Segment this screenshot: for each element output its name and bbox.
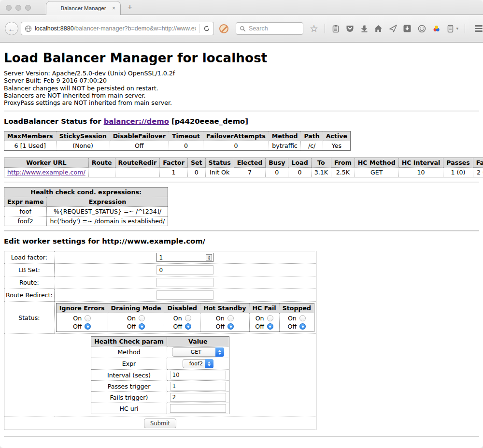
- ignore-errors-off-radio[interactable]: [85, 323, 91, 330]
- adblock-icon[interactable]: [219, 24, 228, 33]
- expr-row-foof: foof %{REQUEST_STATUS} =~ /^[234]/: [4, 207, 168, 217]
- reload-icon[interactable]: [203, 25, 210, 32]
- divider: [4, 231, 479, 231]
- passes-label: Passes trigger: [91, 381, 167, 392]
- col-active: Active: [323, 131, 350, 141]
- search-bar[interactable]: Search: [236, 22, 303, 35]
- col-routeredir: RouteRedir: [115, 158, 160, 168]
- hot-standby-off-radio[interactable]: [227, 323, 234, 330]
- col-route: Route: [88, 158, 115, 168]
- minimize-window-button[interactable]: [15, 5, 21, 11]
- urlbar-divider: [199, 24, 200, 33]
- reading-list-icon[interactable]: [332, 25, 340, 33]
- load-factor-input[interactable]: [156, 253, 213, 262]
- draining-mode-off-radio[interactable]: [139, 323, 145, 330]
- cell-route: [88, 168, 115, 177]
- download-icon[interactable]: [361, 25, 368, 32]
- route-redirect-row: Route Redirect:: [4, 289, 316, 302]
- status-radio-table: Ignore Errors Draining Mode Disabled Hot…: [56, 303, 314, 332]
- route-redirect-input[interactable]: [156, 290, 213, 300]
- divider: [4, 436, 479, 437]
- submit-button[interactable]: Submit: [144, 419, 176, 428]
- col-busy: Busy: [266, 158, 288, 168]
- stopped-off-radio[interactable]: [299, 323, 306, 330]
- battery-device-icon[interactable]: [447, 25, 454, 33]
- cell-active: Yes: [323, 141, 350, 151]
- toolbar-separator: [325, 24, 325, 33]
- new-tab-button[interactable]: +: [128, 2, 132, 12]
- close-window-button[interactable]: [6, 5, 12, 11]
- disabled-on-radio[interactable]: [185, 315, 191, 321]
- window-controls: [6, 5, 31, 11]
- fails-row: Fails trigger): [91, 392, 229, 403]
- expr-select[interactable]: foof2: [183, 359, 213, 368]
- lb-set-label: LB Set:: [4, 264, 55, 276]
- navigation-toolbar: ← localhost:8880/balancer-manager?b=demo…: [0, 14, 483, 43]
- col-to: To: [311, 158, 331, 168]
- col-hc-interval: HC Interval: [398, 158, 443, 168]
- fails-label: Fails trigger): [91, 392, 167, 403]
- interval-input[interactable]: [170, 371, 226, 379]
- fails-input[interactable]: [170, 393, 226, 402]
- route-input[interactable]: [156, 278, 213, 287]
- load-factor-row: Load factor: ▲▼: [4, 251, 316, 264]
- cell-to: 3.1K: [311, 168, 331, 177]
- hc-uri-row: HC uri: [91, 403, 229, 414]
- col-ignore-errors: Ignore Errors: [56, 303, 108, 313]
- menu-icon[interactable]: [475, 25, 483, 32]
- disabled-off-radio[interactable]: [185, 323, 191, 330]
- color-management-icon[interactable]: [432, 25, 440, 32]
- cell-expression: %{REQUEST_STATUS} =~ /^[234]/: [47, 207, 168, 217]
- url-path: /balancer-manager?b=demo&w=http://www.ex…: [74, 25, 196, 32]
- health-check-cell: Health Check param Value Method GET Expr: [4, 334, 316, 417]
- status-cell: Ignore Errors Draining Mode Disabled Hot…: [54, 302, 316, 334]
- col-disablefailover: DisableFailover: [110, 131, 169, 141]
- feedback-smiley-icon[interactable]: [418, 25, 426, 33]
- hc-uri-input[interactable]: [170, 404, 226, 413]
- tab-balancer-manager[interactable]: Balancer Manager ×: [46, 1, 121, 15]
- off-label: Off: [127, 323, 136, 330]
- passes-input[interactable]: [170, 382, 226, 390]
- send-icon[interactable]: [389, 25, 397, 32]
- interval-row: Interval (secs): [91, 370, 229, 381]
- hot-standby-on-radio[interactable]: [227, 315, 234, 321]
- heading-prefix: LoadBalancer Status for: [4, 117, 104, 125]
- search-placeholder: Search: [249, 25, 268, 32]
- cell-elected: 7: [234, 168, 266, 177]
- lb-set-input[interactable]: [156, 265, 213, 275]
- url-text[interactable]: localhost:8880/balancer-manager?b=demo&w…: [35, 25, 196, 32]
- bookmark-star-icon[interactable]: ☆: [310, 24, 318, 33]
- worker-status-table: Worker URL Route RouteRedir Factor Set S…: [4, 158, 483, 177]
- draining-mode-on-radio[interactable]: [139, 315, 145, 321]
- home-icon[interactable]: [374, 25, 383, 32]
- zoom-window-button[interactable]: [25, 5, 31, 11]
- method-select[interactable]: GET: [172, 347, 224, 357]
- off-label: Off: [173, 323, 183, 330]
- stopped-on-radio[interactable]: [299, 315, 306, 321]
- col-elected: Elected: [234, 158, 266, 168]
- download-panel-icon[interactable]: [403, 25, 411, 32]
- expr-row: Expr foof2: [91, 358, 229, 370]
- table-row: 6 [1 Used] (None) Off 0 0 bytraffic /c/ …: [4, 141, 351, 151]
- hc-fail-off-radio[interactable]: [267, 323, 273, 330]
- chevron-down-icon[interactable]: ▾: [456, 26, 458, 31]
- method-label: Method: [91, 347, 167, 358]
- divider: [4, 182, 479, 183]
- back-button[interactable]: ←: [5, 22, 18, 35]
- cell-disablefailover: Off: [110, 141, 169, 151]
- server-version-line: Server Version: Apache/2.5.0-dev (Unix) …: [4, 70, 479, 77]
- heading-suffix: [p4420eeae_demo]: [169, 117, 248, 125]
- balancer-link[interactable]: balancer://demo: [104, 117, 169, 125]
- table-header-row: Worker URL Route RouteRedir Factor Set S…: [4, 158, 483, 168]
- worker-url-link[interactable]: http://www.example.com/: [7, 169, 85, 176]
- pocket-icon[interactable]: [346, 25, 354, 32]
- col-disabled: Disabled: [164, 303, 200, 313]
- tab-close-icon[interactable]: ×: [112, 5, 115, 12]
- ignore-errors-on-radio[interactable]: [85, 315, 91, 321]
- table-header-row: MaxMembers StickySession DisableFailover…: [4, 131, 351, 141]
- hc-fail-on-radio[interactable]: [267, 315, 273, 321]
- number-spinner-icon[interactable]: ▲▼: [206, 254, 212, 260]
- edit-worker-heading: Edit worker settings for http://www.exam…: [4, 237, 479, 245]
- url-bar[interactable]: localhost:8880/balancer-manager?b=demo&w…: [21, 22, 214, 35]
- off-label: Off: [288, 323, 297, 330]
